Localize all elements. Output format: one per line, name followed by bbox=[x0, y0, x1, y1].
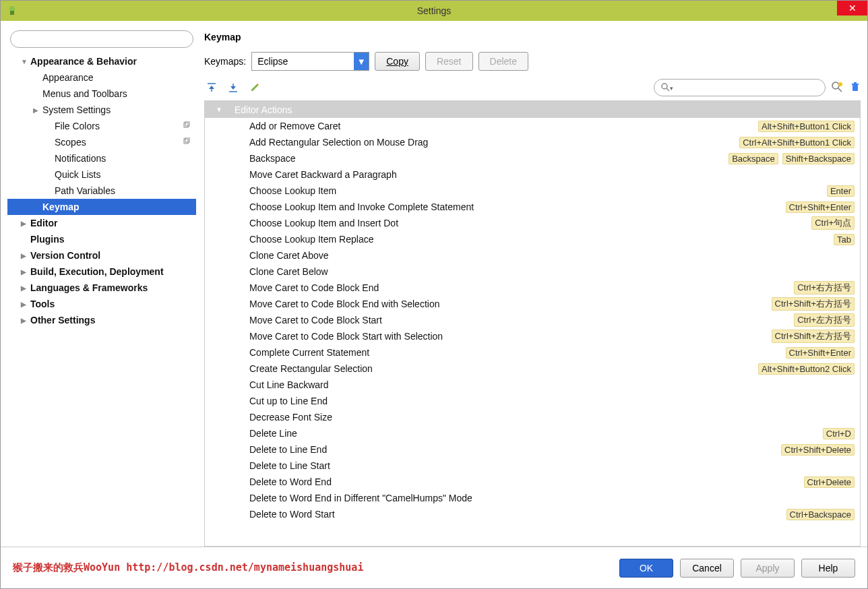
shortcut-badge: Shift+Backspace bbox=[782, 153, 855, 164]
action-row[interactable]: Delete to Word EndCtrl+Delete bbox=[205, 474, 860, 490]
sidebar-item-label: Build, Execution, Deployment bbox=[30, 266, 164, 277]
svg-point-20 bbox=[838, 82, 842, 86]
sidebar-item[interactable]: Plugins bbox=[7, 231, 196, 247]
shortcut-list: Enter bbox=[827, 185, 855, 197]
action-row[interactable]: Decrease Font Size bbox=[205, 409, 860, 425]
sidebar-item[interactable]: Appearance bbox=[7, 69, 196, 86]
action-row[interactable]: Clone Caret Below bbox=[205, 264, 860, 280]
delete-button[interactable]: Delete bbox=[478, 52, 528, 71]
shortcut-list: Alt+Shift+Button1 Click bbox=[758, 121, 855, 132]
action-row[interactable]: BackspaceBackspaceShift+Backspace bbox=[205, 150, 860, 166]
actions-tree: ▼ Editor Actions Add or Remove CaretAlt+… bbox=[204, 100, 861, 547]
action-row[interactable]: Choose Lookup Item ReplaceTab bbox=[205, 231, 860, 247]
keymaps-dropdown[interactable]: Eclipse ▼ bbox=[251, 52, 369, 71]
copy-button[interactable]: Copy bbox=[375, 52, 420, 71]
sidebar-item[interactable]: ▶Languages & Frameworks bbox=[7, 280, 196, 296]
sidebar-item[interactable]: ▶Other Settings bbox=[7, 312, 196, 328]
edit-icon[interactable] bbox=[249, 82, 261, 94]
expand-icon: ▶ bbox=[21, 317, 30, 324]
action-row[interactable]: Delete to Word End in Different "CamelHu… bbox=[205, 490, 860, 506]
shortcut-badge: Enter bbox=[827, 185, 855, 197]
action-search-input[interactable] bbox=[654, 79, 826, 96]
svg-marker-12 bbox=[230, 86, 236, 90]
sidebar-item[interactable]: Path Variables bbox=[7, 183, 196, 199]
action-label: Create Rectangular Selection bbox=[249, 363, 758, 374]
settings-tree[interactable]: ▼Appearance & BehaviorAppearanceMenus an… bbox=[7, 53, 196, 547]
action-label: Delete to Line Start bbox=[249, 460, 855, 471]
titlebar: Settings ✕ bbox=[1, 1, 867, 21]
action-row[interactable]: Move Caret Backward a Paragraph bbox=[205, 166, 860, 183]
reset-button[interactable]: Reset bbox=[425, 52, 473, 71]
expand-icon: ▶ bbox=[21, 284, 30, 292]
sidebar-item[interactable]: ▶Tools bbox=[7, 296, 196, 312]
action-row[interactable]: Choose Lookup Item and Insert DotCtrl+句点 bbox=[205, 215, 860, 231]
shortcut-list: Ctrl+左方括号 bbox=[794, 313, 855, 327]
action-label: Move Caret to Code Block End bbox=[249, 282, 794, 293]
editor-actions-group-header[interactable]: ▼ Editor Actions bbox=[205, 101, 860, 118]
settings-search-input[interactable] bbox=[10, 30, 193, 48]
svg-point-16 bbox=[662, 84, 667, 89]
action-label: Move Caret to Code Block End with Select… bbox=[249, 299, 772, 309]
action-row[interactable]: Delete LineCtrl+D bbox=[205, 425, 860, 441]
sidebar-item[interactable]: File Colors bbox=[7, 118, 196, 134]
sidebar-item[interactable]: Keymap bbox=[7, 199, 196, 215]
help-button[interactable]: Help bbox=[801, 559, 855, 578]
shortcut-badge: Ctrl+Delete bbox=[804, 476, 855, 488]
action-row[interactable]: Add or Remove CaretAlt+Shift+Button1 Cli… bbox=[205, 118, 860, 134]
expand-all-icon[interactable] bbox=[206, 82, 218, 94]
shortcut-badge: Ctrl+Alt+Shift+Button1 Click bbox=[739, 137, 855, 148]
action-row[interactable]: Move Caret to Code Block End with Select… bbox=[205, 296, 860, 312]
sidebar-item[interactable]: Notifications bbox=[7, 150, 196, 166]
action-row[interactable]: Delete to Line Start bbox=[205, 458, 860, 474]
action-row[interactable]: Move Caret to Code Block Start with Sele… bbox=[205, 328, 860, 344]
shortcut-list: Alt+Shift+Button2 Click bbox=[758, 363, 855, 375]
shortcut-badge: Tab bbox=[834, 234, 855, 245]
shortcut-badge: Ctrl+Backspace bbox=[786, 509, 855, 520]
collapse-all-icon[interactable] bbox=[227, 82, 239, 94]
watermark-text: 猴子搬来的救兵WooYun http://blog.csdn.net/mynam… bbox=[13, 561, 363, 574]
action-row[interactable]: Cut Line Backward bbox=[205, 377, 860, 393]
svg-rect-21 bbox=[852, 85, 858, 91]
shortcut-list: Ctrl+Shift+Delete bbox=[781, 444, 855, 456]
apply-button[interactable]: Apply bbox=[741, 559, 795, 578]
svg-rect-1 bbox=[10, 11, 14, 15]
action-label: Backspace bbox=[249, 153, 728, 164]
sidebar-item[interactable]: ▶System Settings bbox=[7, 102, 196, 118]
sidebar-item[interactable]: ▼Appearance & Behavior bbox=[7, 53, 196, 69]
sidebar-item[interactable]: Quick Lists bbox=[7, 166, 196, 183]
group-header-label: Editor Actions bbox=[235, 104, 292, 115]
trash-icon[interactable] bbox=[850, 82, 861, 94]
shortcut-list: BackspaceShift+Backspace bbox=[728, 153, 855, 164]
ok-button[interactable]: OK bbox=[619, 559, 673, 578]
action-row[interactable]: Clone Caret Above bbox=[205, 247, 860, 264]
action-row[interactable]: Complete Current StatementCtrl+Shift+Ent… bbox=[205, 344, 860, 361]
action-row[interactable]: Delete to Line EndCtrl+Shift+Delete bbox=[205, 441, 860, 458]
svg-rect-4 bbox=[184, 123, 188, 127]
cancel-button[interactable]: Cancel bbox=[680, 559, 734, 578]
find-by-shortcut-icon[interactable] bbox=[831, 81, 843, 95]
sidebar-item[interactable]: ▶Version Control bbox=[7, 247, 196, 264]
chevron-down-icon[interactable]: ▾ bbox=[670, 85, 673, 92]
sidebar-item[interactable]: Menus and Toolbars bbox=[7, 86, 196, 102]
svg-rect-23 bbox=[854, 82, 857, 84]
action-row[interactable]: Move Caret to Code Block EndCtrl+右方括号 bbox=[205, 280, 860, 296]
action-row[interactable]: Create Rectangular SelectionAlt+Shift+Bu… bbox=[205, 361, 860, 377]
svg-marker-9 bbox=[209, 86, 214, 89]
keymap-selector-row: Keymaps: Eclipse ▼ Copy Reset Delete bbox=[204, 52, 861, 71]
close-button[interactable]: ✕ bbox=[837, 1, 867, 16]
sidebar-item[interactable]: ▶Editor bbox=[7, 215, 196, 231]
action-row[interactable]: Cut up to Line End bbox=[205, 393, 860, 409]
sidebar-item[interactable]: Scopes bbox=[7, 134, 196, 150]
action-label: Choose Lookup Item Replace bbox=[249, 234, 834, 245]
sidebar-item[interactable]: ▶Build, Execution, Deployment bbox=[7, 264, 196, 280]
action-row[interactable]: Choose Lookup Item and Invoke Complete S… bbox=[205, 199, 860, 215]
sidebar-item-label: Version Control bbox=[30, 250, 100, 261]
settings-tree-panel: ▼Appearance & BehaviorAppearanceMenus an… bbox=[7, 28, 196, 547]
app-icon bbox=[6, 5, 18, 17]
action-row[interactable]: Add Rectangular Selection on Mouse DragC… bbox=[205, 134, 860, 150]
action-label: Complete Current Statement bbox=[249, 347, 786, 358]
action-row[interactable]: Choose Lookup ItemEnter bbox=[205, 183, 860, 199]
action-row[interactable]: Move Caret to Code Block StartCtrl+左方括号 bbox=[205, 312, 860, 328]
actions-list[interactable]: Add or Remove CaretAlt+Shift+Button1 Cli… bbox=[205, 118, 860, 546]
action-row[interactable]: Delete to Word StartCtrl+Backspace bbox=[205, 506, 860, 522]
